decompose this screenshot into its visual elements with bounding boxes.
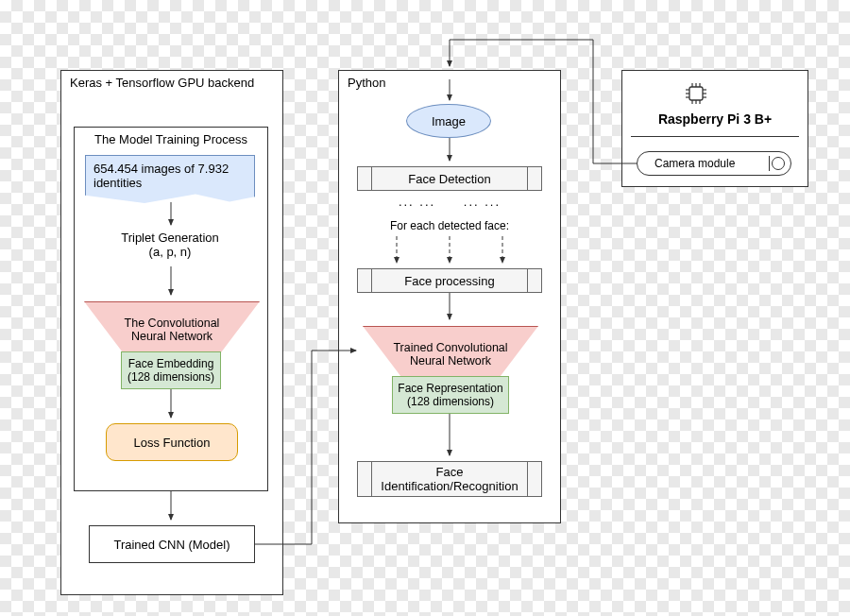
cnn-trap: The Convolutional Neural Network	[83, 300, 259, 351]
trained-cnn-trap-text: Trained Convolutional Neural Network	[391, 341, 510, 368]
rpi-divider	[631, 136, 799, 137]
training-title-text: The Model Training Process	[94, 132, 247, 146]
face-processing-text: Face processing	[389, 274, 509, 288]
trained-cnn-trap: Trained Convolutional Neural Network	[362, 325, 537, 376]
cnn-text: The Convolutional Neural Network	[112, 317, 231, 343]
face-detection-text: Face Detection	[393, 172, 505, 186]
loss-text: Loss Function	[134, 436, 211, 450]
face-identification: Face Identification/Recognition	[357, 461, 542, 497]
trained-text: Trained CNN (Model)	[113, 538, 230, 552]
face-processing: Face processing	[357, 268, 542, 293]
rep-line2: (128 dimensions)	[407, 395, 494, 408]
for-each-text: For each detected face:	[390, 219, 509, 232]
triplet-line2: (a, p, n)	[85, 245, 255, 259]
loss-function: Loss Function	[106, 423, 238, 461]
python-title: Python	[338, 70, 451, 95]
dots-row: ... ... ... ...	[357, 195, 542, 209]
dataset-text: 654.454 images of 7.932 identities	[94, 162, 229, 190]
face-embedding: Face Embedding (128 dimensions)	[121, 351, 221, 389]
cpu-icon	[682, 79, 710, 108]
face-representation: Face Representation (128 dimensions)	[392, 376, 509, 414]
camera-text: Camera module	[654, 157, 735, 170]
svg-rect-0	[689, 87, 703, 100]
rpi-title: Raspberry Pi 3 B+	[621, 111, 808, 127]
camera-module: Camera module	[637, 151, 791, 176]
rep-line1: Face Representation	[398, 382, 502, 395]
embed-line2: (128 dimensions)	[128, 370, 214, 384]
python-title-text: Python	[348, 76, 385, 90]
container-python	[338, 70, 561, 523]
face-detection: Face Detection	[357, 166, 542, 191]
trained-cnn: Trained CNN (Model)	[89, 525, 255, 563]
dataset-doc: 654.454 images of 7.932 identities	[85, 155, 255, 204]
image-ellipse: Image	[406, 104, 491, 138]
embed-line1: Face Embedding	[128, 357, 214, 370]
dots2: ... ...	[464, 195, 501, 209]
rpi-title-text: Raspberry Pi 3 B+	[658, 111, 772, 127]
triplet-line1: Triplet Generation	[85, 231, 255, 245]
dots1: ... ...	[399, 195, 435, 209]
keras-title: Keras + Tensorflow GPU backend	[60, 70, 278, 95]
face-ident-text: Face Identification/Recognition	[358, 465, 541, 493]
keras-title-text: Keras + Tensorflow GPU backend	[70, 76, 254, 90]
training-title: The Model Training Process	[74, 132, 268, 146]
image-text: Image	[432, 114, 466, 128]
triplet-label: Triplet Generation (a, p, n)	[85, 231, 255, 259]
for-each-label: For each detected face:	[357, 219, 542, 232]
